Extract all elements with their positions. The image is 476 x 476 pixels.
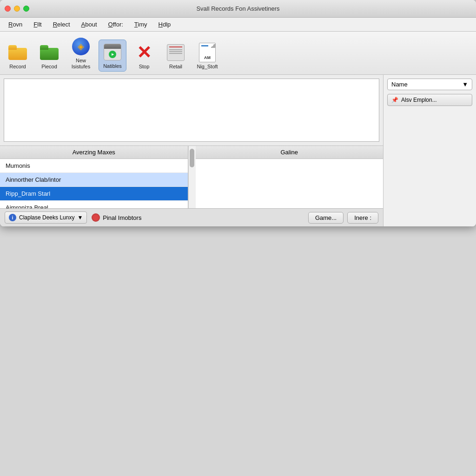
game-button[interactable]: Game...: [308, 212, 344, 224]
pinal-label: Pinal Imobtors: [103, 214, 141, 221]
menu-about[interactable]: About: [77, 19, 102, 30]
row-label: Mumonis: [6, 162, 30, 169]
cal-body: [104, 49, 121, 60]
minimize-button[interactable]: [14, 6, 20, 12]
content-area: Averzing Maxes Mumonis Ainnorther Clab/i…: [0, 75, 476, 226]
name-dropdown[interactable]: Name ▼: [387, 79, 472, 90]
info-icon: i: [9, 214, 16, 221]
retail-doc-icon: [167, 44, 185, 61]
toolbar-record[interactable]: Record: [4, 40, 32, 72]
inere-button[interactable]: Inere :: [347, 212, 378, 224]
right-table-header: Galine: [196, 146, 383, 159]
window-title: Svall Records Fon Assivetiners: [196, 5, 279, 12]
maximize-button[interactable]: [23, 6, 29, 12]
menu-offor[interactable]: Offor:: [104, 19, 128, 30]
close-button[interactable]: [5, 6, 11, 12]
scroll-thumb: [190, 149, 194, 167]
toolbar-new-isistufes-label: NewIsistufes: [72, 58, 90, 70]
menu-hdlp[interactable]: Hdlp: [154, 19, 176, 30]
toolbar-stop[interactable]: ✕ Stop: [130, 40, 158, 72]
pin-icon: 📌: [391, 97, 398, 103]
name-dropdown-label: Name: [391, 81, 408, 88]
bottom-bar: i Claplase Deeks Lunxy ▼ Pinal Imobtors …: [0, 208, 383, 226]
bottom-left: i Claplase Deeks Lunxy ▼ Pinal Imobtors: [5, 212, 141, 224]
name-dropdown-chevron-icon: ▼: [462, 81, 468, 88]
traffic-lights: [5, 6, 29, 12]
alsv-button-label: Alsv Emplon...: [401, 97, 437, 103]
title-bar: Svall Records Fon Assivetiners: [0, 0, 476, 18]
row-label: Aimroniza Breal: [6, 204, 48, 208]
menu-rovn[interactable]: Rovn: [4, 19, 27, 30]
green-folder-icon: [39, 42, 60, 63]
stop-x-symbol: ✕: [137, 44, 152, 61]
row-label: Ainnorther Clab/intor: [6, 176, 61, 183]
left-table: Averzing Maxes Mumonis Ainnorther Clab/i…: [0, 146, 188, 208]
right-table-rows: [196, 159, 383, 208]
toolbar-natibles-label: Natibles: [103, 63, 122, 69]
calendar-icon: [102, 42, 123, 62]
cal-header: [104, 44, 121, 49]
toolbar-nig-stoft[interactable]: Nig_Stoft: [193, 40, 221, 72]
main-window: Svall Records Fon Assivetiners Rovn Fllt…: [0, 0, 476, 226]
left-table-header: Averzing Maxes: [0, 146, 188, 159]
piecod-folder-icon: [40, 45, 59, 60]
toolbar-piecod[interactable]: Piecod: [35, 40, 63, 72]
table-rows-list[interactable]: Mumonis Ainnorther Clab/intor Ripp_Dram …: [0, 159, 188, 208]
pinal-item[interactable]: Pinal Imobtors: [92, 213, 141, 222]
bottom-right: Game... Inere :: [308, 212, 378, 224]
toolbar-nig-stoft-label: Nig_Stoft: [197, 64, 218, 70]
left-header-label: Averzing Maxes: [73, 149, 115, 156]
toolbar-new-isistufes[interactable]: NewIsistufes: [67, 34, 95, 72]
globe-icon: [92, 213, 100, 222]
table-row[interactable]: Aimroniza Breal: [0, 201, 188, 208]
toolbar-natibles[interactable]: Natibles: [99, 40, 126, 72]
preview-area: [4, 79, 379, 142]
stop-x-icon: ✕: [134, 42, 154, 63]
toolbar-record-label: Record: [9, 64, 26, 70]
right-table: Galine: [196, 146, 383, 208]
menu-bar: Rovn Fllt Relect About Offor: Timy Hdlp: [0, 18, 476, 32]
alsv-button[interactable]: 📌 Alsv Emplon...: [387, 94, 472, 106]
nig-stoft-doc-icon: [199, 43, 216, 62]
new-compass-icon: [72, 38, 90, 55]
claplase-dropdown[interactable]: i Claplase Deeks Lunxy ▼: [5, 212, 87, 224]
natibles-calendar-icon: [104, 44, 121, 60]
record-folder-icon: [8, 45, 27, 60]
toolbar-retail[interactable]: Retail: [162, 40, 190, 72]
cal-play-icon: [109, 51, 116, 58]
toolbar-stop-label: Stop: [139, 64, 150, 70]
dropdown-chevron-icon: ▼: [77, 214, 83, 221]
doc-stripe: [201, 45, 208, 46]
toolbar: Record Piecod NewIsistufes: [0, 32, 476, 75]
compass-icon: [71, 36, 91, 57]
table-area: Averzing Maxes Mumonis Ainnorther Clab/i…: [0, 145, 383, 208]
main-panel: Averzing Maxes Mumonis Ainnorther Clab/i…: [0, 75, 383, 226]
table-row[interactable]: Mumonis: [0, 159, 188, 173]
claplase-dropdown-label: Claplase Deeks Lunxy: [19, 214, 74, 221]
menu-relect[interactable]: Relect: [48, 19, 75, 30]
menu-timy[interactable]: Timy: [130, 19, 152, 30]
retail-icon: [165, 42, 186, 63]
document-icon: [197, 42, 218, 63]
stop-icon: ✕: [134, 42, 154, 63]
left-table-scrollbar[interactable]: [188, 146, 196, 208]
folder-icon: [7, 42, 28, 63]
toolbar-retail-label: Retail: [169, 64, 182, 70]
doc-corner: [211, 43, 215, 48]
menu-fllt[interactable]: Fllt: [29, 19, 46, 30]
right-header-label: Galine: [280, 149, 298, 156]
table-row[interactable]: Ainnorther Clab/intor: [0, 173, 188, 187]
table-row[interactable]: Ripp_Dram Starl: [0, 187, 188, 201]
row-label: Ripp_Dram Starl: [6, 190, 50, 197]
toolbar-piecod-label: Piecod: [41, 64, 57, 70]
right-panel: Name ▼ 📌 Alsv Emplon...: [383, 75, 476, 226]
